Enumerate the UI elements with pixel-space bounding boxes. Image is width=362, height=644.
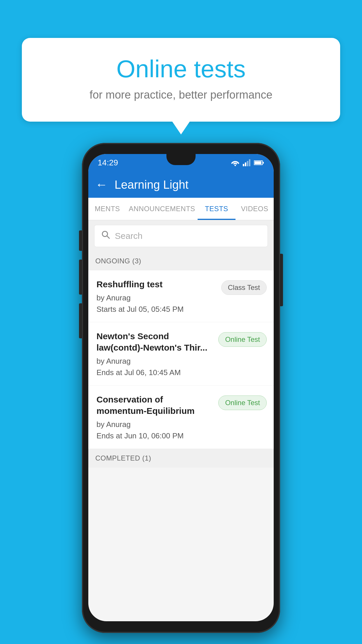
search-container: Search xyxy=(88,220,274,252)
svg-rect-2 xyxy=(245,162,246,166)
wifi-icon xyxy=(231,159,240,166)
svg-rect-7 xyxy=(254,161,261,164)
svg-line-9 xyxy=(107,236,110,239)
svg-rect-6 xyxy=(263,162,264,164)
test-date-1: Starts at Jul 05, 05:45 PM xyxy=(96,305,215,314)
phone-side-button-power xyxy=(280,254,283,306)
speech-bubble-title: Online tests xyxy=(45,55,317,82)
test-badge-1: Class Test xyxy=(221,280,267,295)
test-author-3: by Anurag xyxy=(96,420,212,429)
signal-icon xyxy=(243,159,251,166)
search-icon xyxy=(101,230,110,242)
test-info-1: Reshuffling test by Anurag Starts at Jul… xyxy=(96,279,221,314)
svg-point-8 xyxy=(102,231,108,237)
status-time: 14:29 xyxy=(98,158,118,167)
test-name-1: Reshuffling test xyxy=(96,279,215,290)
phone-notch xyxy=(166,154,196,165)
test-info-2: Newton's Second law(contd)-Newton's Thir… xyxy=(96,330,218,377)
completed-section-header: COMPLETED (1) xyxy=(88,449,274,468)
test-name-3: Conservation of momentum-Equilibrium xyxy=(96,394,212,416)
test-date-2: Ends at Jul 06, 10:45 AM xyxy=(96,368,212,377)
test-badge-3: Online Test xyxy=(218,396,267,410)
tab-ments[interactable]: MENTS xyxy=(88,198,126,220)
svg-rect-1 xyxy=(243,164,244,166)
tabs-container: MENTS ANNOUNCEMENTS TESTS VIDEOS xyxy=(88,198,274,220)
tab-tests[interactable]: TESTS xyxy=(198,198,236,220)
test-item-1[interactable]: Reshuffling test by Anurag Starts at Jul… xyxy=(88,270,274,322)
phone-screen: 14:29 xyxy=(88,154,274,621)
svg-point-0 xyxy=(235,165,236,166)
search-placeholder: Search xyxy=(115,231,143,241)
app-title: Learning Light xyxy=(115,178,189,191)
test-name-2: Newton's Second law(contd)-Newton's Thir… xyxy=(96,330,212,353)
speech-bubble-subtitle: for more practice, better performance xyxy=(45,89,317,101)
phone-side-button-volume-down1 xyxy=(79,260,82,295)
app-bar: ← Learning Light xyxy=(88,172,274,198)
status-icons xyxy=(231,159,264,166)
test-badge-2: Online Test xyxy=(218,332,267,347)
phone-side-button-volume-up xyxy=(79,230,82,251)
speech-bubble: Online tests for more practice, better p… xyxy=(22,38,340,122)
search-input[interactable]: Search xyxy=(94,225,268,247)
speech-bubble-container: Online tests for more practice, better p… xyxy=(22,38,340,122)
svg-rect-4 xyxy=(249,159,250,166)
test-item-2[interactable]: Newton's Second law(contd)-Newton's Thir… xyxy=(88,322,274,386)
test-item-3[interactable]: Conservation of momentum-Equilibrium by … xyxy=(88,386,274,449)
test-author-2: by Anurag xyxy=(96,357,212,366)
back-button[interactable]: ← xyxy=(95,178,108,192)
phone-side-button-volume-down2 xyxy=(79,303,82,338)
test-author-1: by Anurag xyxy=(96,293,215,302)
phone-container: 14:29 xyxy=(82,143,280,633)
tab-announcements[interactable]: ANNOUNCEMENTS xyxy=(126,198,198,220)
test-info-3: Conservation of momentum-Equilibrium by … xyxy=(96,394,218,440)
ongoing-section-header: ONGOING (3) xyxy=(88,252,274,270)
svg-rect-3 xyxy=(247,161,248,166)
test-date-3: Ends at Jun 10, 06:00 PM xyxy=(96,431,212,440)
battery-icon xyxy=(254,160,264,166)
tab-videos[interactable]: VIDEOS xyxy=(236,198,274,220)
